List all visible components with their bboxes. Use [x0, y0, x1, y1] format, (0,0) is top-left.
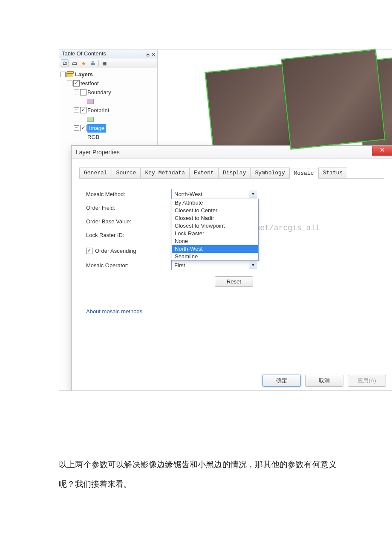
- expand-icon[interactable]: −: [67, 81, 72, 86]
- order-ascending-label: Order Ascending: [95, 248, 136, 254]
- dialog-title-bar[interactable]: Layer Properties ✕: [72, 146, 392, 159]
- list-by-source-icon[interactable]: 🗃: [70, 59, 78, 67]
- toc-title: Table Of Contents: [62, 50, 106, 57]
- tab-extent[interactable]: Extent: [189, 168, 219, 178]
- tab-general[interactable]: General: [79, 168, 112, 178]
- dialog-title: Layer Properties: [76, 149, 120, 156]
- layer-testfoot[interactable]: − ✓ testfoot: [60, 79, 156, 88]
- combo-value: North-West: [174, 191, 202, 197]
- expand-icon[interactable]: −: [60, 72, 66, 77]
- layer-label: Image: [87, 124, 106, 133]
- article-paragraph: 以上两个参数可以解决影像边缘锯齿和小黑边的情况，那其他的参数有何意义呢？我们接着…: [59, 455, 337, 494]
- layer-footprint[interactable]: − ✓ Footprint: [60, 106, 156, 115]
- visibility-checkbox[interactable]: ✓: [73, 80, 80, 87]
- image-rgb-row: RGB: [60, 133, 156, 142]
- tab-mosaic[interactable]: Mosaic: [289, 168, 319, 179]
- lock-raster-id-label: Lock Raster ID:: [86, 232, 171, 238]
- layer-label: Footprint: [87, 106, 109, 115]
- expand-icon[interactable]: −: [74, 90, 79, 95]
- layer-label: testfoot: [81, 79, 99, 88]
- tab-source[interactable]: Source: [112, 168, 141, 178]
- pin-icon[interactable]: ⬘: [146, 50, 150, 59]
- dropdown-option[interactable]: None: [172, 237, 258, 245]
- combo-value: First: [174, 262, 185, 269]
- dropdown-option[interactable]: Seamline: [172, 253, 258, 260]
- rgb-label: RGB: [87, 133, 99, 142]
- tab-key-metadata[interactable]: Key Metadata: [140, 168, 190, 178]
- dropdown-option[interactable]: Closest to Center: [172, 207, 258, 214]
- about-mosaic-methods-link[interactable]: About mosaic methods: [86, 308, 142, 315]
- toc-toolbar: 🗂 🗃 ◆ 🖶 ▦: [59, 58, 157, 68]
- dialog-close-button[interactable]: ✕: [372, 146, 392, 156]
- dialog-buttons: 确定 取消 应用(A): [262, 375, 386, 387]
- mosaic-method-label: Mosaic Method:: [86, 191, 171, 197]
- order-base-value-label: Order Base Value:: [86, 218, 171, 225]
- dropdown-option[interactable]: Closest to Nadir: [172, 214, 258, 222]
- expand-icon[interactable]: −: [74, 107, 79, 113]
- chevron-down-icon[interactable]: ▼: [249, 190, 257, 198]
- apply-button[interactable]: 应用(A): [348, 375, 386, 387]
- footprint-swatch-row: [60, 115, 156, 124]
- dropdown-option[interactable]: Lock Raster: [172, 230, 258, 237]
- toc-title-bar: Table Of Contents ⬘ ✕: [59, 49, 157, 58]
- list-by-drawing-order-icon[interactable]: 🗂: [61, 59, 69, 67]
- mosaic-method-dropdown: By Attribute Closest to Center Closest t…: [172, 199, 259, 261]
- order-field-label: Order Field:: [86, 205, 171, 211]
- mosaic-method-combo[interactable]: North-West ▼ By Attribute Closest to Cen…: [171, 189, 258, 199]
- mosaic-imagery: [175, 49, 392, 145]
- chevron-down-icon[interactable]: ▼: [249, 261, 257, 269]
- tab-strip: General Source Key Metadata Extent Displ…: [79, 168, 384, 179]
- list-by-selection-icon[interactable]: 🖶: [89, 59, 97, 67]
- mosaic-operator-combo[interactable]: First ▼: [171, 260, 258, 270]
- visibility-checkbox[interactable]: ✓: [80, 125, 86, 131]
- reset-button[interactable]: Reset: [215, 276, 253, 287]
- dropdown-option-selected[interactable]: North-West: [172, 245, 258, 253]
- ok-button[interactable]: 确定: [262, 375, 301, 387]
- tab-symbology[interactable]: Symbology: [250, 168, 289, 178]
- layers-root[interactable]: − Layers: [60, 70, 156, 79]
- mosaic-method-row: Mosaic Method: North-West ▼ By Attribute…: [86, 187, 378, 201]
- layers-label: Layers: [75, 70, 93, 79]
- dropdown-option[interactable]: Closest to Viewpoint: [172, 222, 258, 230]
- layer-tree: − Layers − ✓ testfoot − Boundary − ✓: [59, 68, 157, 143]
- screenshot-region: Table Of Contents ⬘ ✕ 🗂 🗃 ◆ 🖶 ▦ − Layers…: [59, 49, 392, 391]
- visibility-checkbox[interactable]: [80, 89, 86, 95]
- layer-properties-dialog: Layer Properties ✕ General Source Key Me…: [71, 145, 392, 391]
- toc-close-button[interactable]: ✕: [151, 50, 156, 59]
- raster-footprint: [281, 49, 385, 150]
- order-ascending-checkbox[interactable]: ✓: [86, 248, 92, 254]
- options-icon[interactable]: ▦: [101, 59, 108, 67]
- visibility-checkbox[interactable]: ✓: [80, 107, 86, 113]
- tab-display[interactable]: Display: [218, 168, 251, 178]
- boundary-swatch-row: [60, 97, 156, 106]
- layer-image[interactable]: − ✓ Image: [60, 124, 156, 133]
- mosaic-operator-label: Mosaic Operator:: [86, 262, 171, 269]
- tab-status[interactable]: Status: [318, 168, 348, 178]
- color-swatch: [87, 117, 94, 122]
- map-view[interactable]: [158, 49, 392, 145]
- cancel-button[interactable]: 取消: [305, 375, 343, 387]
- layer-boundary[interactable]: − Boundary: [60, 88, 156, 97]
- layer-label: Boundary: [87, 88, 111, 97]
- toolbar-divider: [98, 60, 99, 66]
- article-text: 以上两个参数可以解决影像边缘锯齿和小黑边的情况，那其他的参数有何意义呢？我们接着…: [59, 455, 337, 494]
- list-by-visibility-icon[interactable]: ◆: [80, 59, 87, 67]
- dropdown-option[interactable]: By Attribute: [172, 199, 258, 207]
- mosaic-form: http://blog.csdn.net/arcgis_all Mosaic M…: [79, 185, 384, 316]
- color-swatch: [87, 99, 94, 104]
- layers-icon: [66, 72, 73, 77]
- expand-icon[interactable]: −: [74, 125, 79, 131]
- dialog-body: General Source Key Metadata Extent Displ…: [72, 159, 392, 364]
